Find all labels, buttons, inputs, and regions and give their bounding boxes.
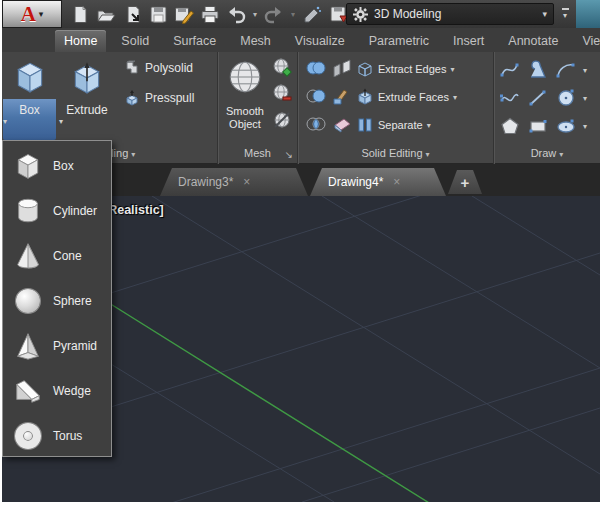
subtract-icon[interactable] [304, 84, 328, 108]
panel-mesh: Smooth Object Mesh ↘ [218, 52, 298, 164]
extrude-faces-button[interactable]: Extrude Faces ▾ [356, 86, 457, 108]
smooth-object-icon [220, 55, 270, 99]
gear-icon [353, 7, 368, 22]
chevron-down-icon: ▾ [559, 150, 563, 159]
export-icon[interactable] [120, 3, 144, 25]
slice-icon[interactable] [330, 56, 354, 80]
new-drawing-tab-button[interactable]: + [448, 170, 482, 194]
draw-panel-label[interactable]: Draw ▾ [494, 144, 600, 162]
solid-editing-panel-label[interactable]: Solid Editing ▾ [298, 144, 493, 162]
undo-icon[interactable] [224, 3, 248, 25]
new-file-icon[interactable] [68, 3, 92, 25]
ellipse-icon[interactable] [554, 114, 578, 138]
workspace-name: 3D Modeling [374, 7, 536, 21]
cylinder-shape-icon [11, 193, 45, 229]
menu-item-pyramid[interactable]: Pyramid [3, 323, 111, 368]
menu-item-sphere[interactable]: Sphere [3, 278, 111, 323]
plus-icon: + [461, 174, 470, 191]
chevron-down-icon: ▾ [59, 117, 115, 127]
overflow-bar-icon [562, 8, 569, 10]
polygon-icon[interactable] [498, 114, 522, 138]
arc-flyout-caret-icon[interactable]: ▾ [578, 58, 592, 82]
extrude-button-label: Extrude [59, 103, 115, 117]
chevron-down-icon: ▾ [542, 9, 547, 19]
smooth-object-button[interactable]: Smooth Object [220, 55, 270, 131]
close-icon[interactable]: × [243, 175, 250, 189]
spline-cv-icon[interactable] [498, 86, 522, 110]
rectangle-icon[interactable] [526, 114, 550, 138]
circle-flyout-caret-icon[interactable]: ▾ [578, 86, 592, 110]
panel-solid-editing: Extract Edges ▾ Extrude Faces ▾ Separate… [298, 52, 494, 164]
application-frame: A ▾ ▾ [2, 0, 600, 502]
chevron-down-icon: ▾ [453, 93, 457, 102]
ellipse-flyout-caret-icon[interactable]: ▾ [578, 114, 592, 138]
box-tool-icon[interactable] [3, 55, 56, 99]
mesh-smooth-more-icon[interactable] [270, 56, 294, 80]
qat-customize-button[interactable]: ▾ [556, 3, 574, 25]
clean-icon[interactable] [330, 112, 354, 136]
mesh-refine-icon[interactable] [270, 108, 294, 132]
circle-icon[interactable] [554, 86, 578, 110]
chevron-down-icon: ▾ [563, 11, 567, 20]
application-menu-button[interactable]: A ▾ [2, 0, 62, 28]
chevron-down-icon: ▾ [450, 65, 454, 74]
arc-icon[interactable] [554, 58, 578, 82]
wedge-shape-icon [11, 373, 45, 409]
tab-view[interactable]: View [573, 30, 600, 52]
infocenter-block [576, 0, 600, 28]
tab-annotate[interactable]: Annotate [499, 30, 567, 52]
save-icon[interactable] [146, 3, 170, 25]
tab-surface[interactable]: Surface [164, 30, 225, 52]
green-axis-line [101, 298, 434, 502]
chevron-down-icon: ▾ [39, 9, 44, 19]
tab-insert[interactable]: Insert [444, 30, 493, 52]
menu-item-cylinder[interactable]: Cylinder [3, 188, 111, 233]
separate-icon [356, 116, 374, 134]
tab-visualize[interactable]: Visualize [286, 30, 354, 52]
spline-fit-icon[interactable] [498, 58, 522, 82]
redo-history-caret-icon[interactable]: ▾ [288, 3, 298, 25]
autocad-window: A ▾ ▾ [0, 0, 600, 505]
box-split-button[interactable]: Box ▾ [3, 55, 56, 140]
line-icon[interactable] [526, 86, 550, 110]
panel-draw: ▾ ▾ ▾ Draw ▾ [494, 52, 600, 164]
redo-icon[interactable] [262, 3, 286, 25]
close-icon[interactable]: × [393, 175, 400, 189]
chevron-down-icon: ▾ [131, 150, 135, 159]
mesh-smooth-less-icon[interactable] [270, 82, 294, 106]
undo-history-caret-icon[interactable]: ▾ [250, 3, 260, 25]
tab-mesh[interactable]: Mesh [231, 30, 280, 52]
helix-icon[interactable] [526, 58, 550, 82]
extrude-button[interactable]: Extrude ▾ [59, 55, 115, 127]
save-as-icon[interactable] [172, 3, 196, 25]
visual-style-control[interactable]: [Realistic] [104, 203, 164, 217]
mesh-dialog-launcher-icon[interactable]: ↘ [285, 149, 293, 160]
presspull-icon [124, 90, 140, 106]
tab-drawing4[interactable]: Drawing4* × [310, 168, 446, 196]
open-file-icon[interactable] [94, 3, 118, 25]
polysolid-button[interactable]: Polysolid [124, 60, 193, 76]
render-icon[interactable] [300, 3, 324, 25]
tab-parametric[interactable]: Parametric [360, 30, 438, 52]
workspace-switcher[interactable]: 3D Modeling ▾ [346, 3, 554, 25]
tab-drawing3[interactable]: Drawing3* × [160, 168, 308, 196]
polysolid-label: Polysolid [145, 61, 193, 75]
menu-item-wedge[interactable]: Wedge [3, 368, 111, 413]
sphere-shape-icon [11, 283, 45, 319]
box-flyout-toggle[interactable]: Box ▾ [3, 99, 56, 140]
plot-icon[interactable] [198, 3, 222, 25]
union-icon[interactable] [304, 56, 328, 80]
presspull-button[interactable]: Presspull [124, 90, 194, 106]
chevron-down-icon: ▾ [427, 121, 431, 130]
tab-home[interactable]: Home [55, 30, 106, 52]
title-bar: A ▾ ▾ [2, 0, 600, 28]
menu-item-cone[interactable]: Cone [3, 233, 111, 278]
separate-button[interactable]: Separate ▾ [356, 114, 431, 136]
fillet-edge-icon[interactable] [330, 84, 354, 108]
tab-solid[interactable]: Solid [112, 30, 158, 52]
ribbon-tab-bar: Home Solid Surface Mesh Visualize Parame… [2, 28, 600, 52]
menu-item-torus[interactable]: Torus [3, 413, 111, 458]
extract-edges-button[interactable]: Extract Edges ▾ [356, 58, 455, 80]
menu-item-box[interactable]: Box [3, 143, 111, 188]
intersect-icon[interactable] [304, 112, 328, 136]
